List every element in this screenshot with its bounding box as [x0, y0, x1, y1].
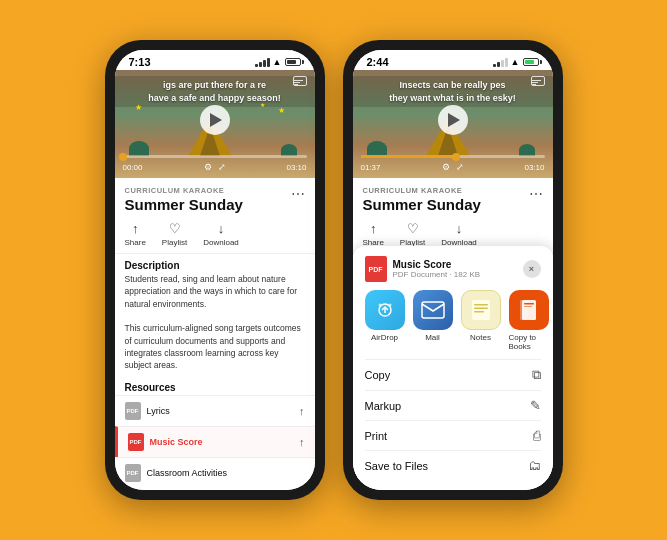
right-video-controls: 01:37 ⚙ ⤢ 03:10: [361, 155, 545, 172]
left-status-icons: ▲: [255, 57, 301, 67]
right-content: CURRICULUM KARAOKE Summer Sunday ⋯ ↑ Sha…: [353, 178, 553, 490]
download-icon-right: ↓: [456, 221, 463, 236]
airdrop-label: AirDrop: [371, 333, 398, 342]
right-signal-icon: [493, 58, 508, 67]
save-to-files-action[interactable]: Save to Files 🗂: [365, 450, 541, 480]
right-time: 2:44: [367, 56, 389, 68]
svg-point-2: [388, 304, 391, 307]
svg-rect-7: [474, 311, 484, 313]
mail-app[interactable]: Mail: [413, 290, 453, 351]
share-apps-row: AirDrop Mail: [365, 290, 541, 351]
notes-label: Notes: [470, 333, 491, 342]
copy-label: Copy: [365, 369, 391, 381]
play-button-left[interactable]: [200, 105, 230, 135]
print-action[interactable]: Print ⎙: [365, 420, 541, 450]
right-screen: 2:44 ▲ Insects can be really pes they wa…: [353, 50, 553, 490]
settings-icon-left[interactable]: ⚙: [204, 162, 212, 172]
fullscreen-icon-left[interactable]: ⤢: [218, 162, 226, 172]
signal-icon: [255, 58, 270, 67]
cast-icon-left[interactable]: [293, 76, 307, 86]
curriculum-label-left: CURRICULUM KARAOKE: [125, 186, 243, 195]
svg-rect-6: [474, 308, 488, 310]
mail-icon[interactable]: [413, 290, 453, 330]
time-current-left: 00:00: [123, 163, 143, 172]
left-video[interactable]: igs are put there for a re have a safe a…: [115, 70, 315, 178]
airdrop-icon[interactable]: [365, 290, 405, 330]
mail-label: Mail: [425, 333, 440, 342]
right-status-icons: ▲: [493, 57, 539, 67]
song-title-left: Summer Sunday: [125, 196, 243, 213]
pdf-icon-classroom: PDF: [125, 464, 141, 482]
share-file-info: PDF Music Score PDF Document · 182 KB: [365, 256, 481, 282]
playlist-btn-left[interactable]: ♡ Playlist: [162, 221, 187, 247]
pdf-icon-lyrics: PDF: [125, 402, 141, 420]
cast-icon-right[interactable]: [531, 76, 545, 86]
right-battery-icon: [523, 58, 539, 66]
resource-name-lyrics: Lyrics: [147, 406, 170, 416]
progress-bar-right[interactable]: [361, 155, 545, 158]
left-screen: 7:13 ▲ igs are put there for a re have a…: [115, 50, 315, 490]
fullscreen-icon-right[interactable]: ⤢: [456, 162, 464, 172]
svg-rect-5: [474, 304, 488, 306]
left-time: 7:13: [129, 56, 151, 68]
copy-action-icon: ⧉: [532, 367, 541, 383]
svg-point-1: [378, 304, 381, 307]
share-icon-right: ↑: [370, 221, 377, 236]
svg-rect-3: [422, 302, 444, 318]
resource-classroom[interactable]: PDF Classroom Activities: [115, 457, 315, 488]
copy-action[interactable]: Copy ⧉: [365, 359, 541, 390]
save-to-files-label: Save to Files: [365, 460, 429, 472]
battery-icon: [285, 58, 301, 66]
right-content-header: CURRICULUM KARAOKE Summer Sunday ⋯: [353, 178, 553, 217]
share-file-details: PDF Document · 182 KB: [393, 270, 481, 279]
resource-lyrics[interactable]: PDF Lyrics ↑: [115, 395, 315, 426]
more-button-left[interactable]: ⋯: [291, 186, 305, 202]
markup-action[interactable]: Markup ✎: [365, 390, 541, 420]
action-row-left: ↑ Share ♡ Playlist ↓ Download: [115, 217, 315, 254]
playlist-icon-right: ♡: [407, 221, 419, 236]
resources-title-left: Resources: [115, 378, 315, 395]
books-app[interactable]: Copy to Books: [509, 290, 549, 351]
left-video-controls: 00:00 ⚙ ⤢ 03:10: [123, 155, 307, 172]
right-wifi-icon: ▲: [511, 57, 520, 67]
description-text-left: Students read, sing and learn about natu…: [115, 273, 315, 378]
notes-app[interactable]: Notes: [461, 290, 501, 351]
download-btn-left[interactable]: ↓ Download: [203, 221, 239, 247]
share-sheet-header: PDF Music Score PDF Document · 182 KB ×: [365, 256, 541, 282]
playlist-btn-right[interactable]: ♡ Playlist: [400, 221, 425, 247]
svg-rect-11: [524, 306, 532, 307]
right-phone: 2:44 ▲ Insects can be really pes they wa…: [343, 40, 563, 500]
right-status-bar: 2:44 ▲: [353, 50, 553, 70]
markup-action-icon: ✎: [530, 398, 541, 413]
progress-bar-left[interactable]: [123, 155, 307, 158]
download-lyrics-icon[interactable]: ↑: [299, 405, 305, 417]
airdrop-app[interactable]: AirDrop: [365, 290, 405, 351]
playlist-icon-left: ♡: [169, 221, 181, 236]
share-btn-right[interactable]: ↑ Share: [363, 221, 384, 247]
settings-icon-right[interactable]: ⚙: [442, 162, 450, 172]
wifi-icon: ▲: [273, 57, 282, 67]
share-btn-left[interactable]: ↑ Share: [125, 221, 146, 247]
files-action-icon: 🗂: [528, 458, 541, 473]
song-title-right: Summer Sunday: [363, 196, 481, 213]
left-status-bar: 7:13 ▲: [115, 50, 315, 70]
download-btn-right[interactable]: ↓ Download: [441, 221, 477, 247]
more-button-right[interactable]: ⋯: [529, 186, 543, 202]
resource-name-music: Music Score: [150, 437, 203, 447]
markup-label: Markup: [365, 400, 402, 412]
notes-icon[interactable]: [461, 290, 501, 330]
share-pdf-icon: PDF: [365, 256, 387, 282]
play-button-right[interactable]: [438, 105, 468, 135]
download-music-icon[interactable]: ↑: [299, 436, 305, 448]
description-title-left: Description: [115, 254, 315, 273]
print-label: Print: [365, 430, 388, 442]
left-content-header: CURRICULUM KARAOKE Summer Sunday ⋯: [115, 178, 315, 217]
time-total-right: 03:10: [524, 163, 544, 172]
resource-name-classroom: Classroom Activities: [147, 468, 228, 478]
resource-music-score[interactable]: PDF Music Score ↑: [115, 426, 315, 457]
close-share-button[interactable]: ×: [523, 260, 541, 278]
print-action-icon: ⎙: [533, 428, 541, 443]
right-video[interactable]: Insects can be really pes they want what…: [353, 70, 553, 178]
left-phone: 7:13 ▲ igs are put there for a re have a…: [105, 40, 325, 500]
books-icon[interactable]: [509, 290, 549, 330]
